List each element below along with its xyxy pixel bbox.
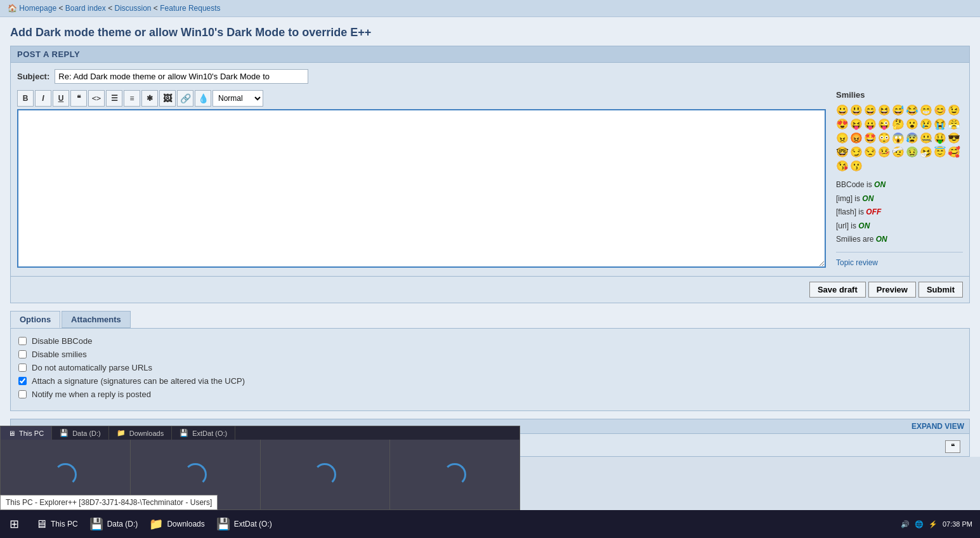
image-button[interactable]: 🖼 [159, 90, 176, 107]
smiley[interactable]: 😗 [850, 159, 863, 172]
url-label: [url] is [836, 221, 856, 230]
smiley[interactable]: 🤐 [920, 131, 932, 144]
smiley[interactable]: 🤓 [836, 145, 849, 158]
url-status: ON [858, 221, 870, 230]
smiley[interactable]: 😡 [850, 131, 863, 144]
quote-button[interactable]: ❝ [70, 90, 87, 107]
smiley[interactable]: 😂 [906, 103, 918, 116]
no-parse-urls-checkbox[interactable] [18, 364, 27, 372]
tab-content-options: Disable BBCode Disable smilies Do not au… [10, 328, 970, 411]
smilies-label: Smilies are [836, 235, 873, 244]
disable-bbcode-label: Disable BBCode [32, 336, 92, 346]
editor-toolbar: B I U ❝ <> ☰ ≡ ✱ 🖼 🔗 💧 Tiny Small [17, 90, 826, 107]
smiley[interactable]: 🤢 [906, 145, 918, 158]
smiley[interactable]: 😠 [836, 131, 849, 144]
subject-input[interactable] [55, 69, 308, 84]
smiley[interactable]: 😜 [878, 117, 891, 130]
link-button[interactable]: 🔗 [177, 90, 193, 107]
smiley[interactable]: 😱 [892, 131, 905, 144]
code-button[interactable]: <> [88, 90, 105, 107]
explorer-tab[interactable]: 🖥This PC [1, 426, 52, 440]
subject-row: Subject: [17, 69, 963, 84]
smiley[interactable]: 🤩 [864, 131, 877, 144]
smiley[interactable]: 😀 [836, 103, 849, 116]
smiley[interactable]: 😃 [850, 103, 863, 116]
smiley[interactable]: 😄 [864, 103, 877, 116]
breadcrumb-home[interactable]: Homepage [19, 4, 56, 13]
breadcrumb-discussion[interactable]: Discussion [114, 4, 151, 13]
smiley[interactable]: 🤕 [892, 145, 905, 158]
smiley[interactable]: 😘 [836, 159, 849, 172]
option-disable-smilies: Disable smilies [18, 350, 962, 359]
smiley[interactable]: 🤧 [920, 145, 932, 158]
option-attach-signature: Attach a signature (signatures can be al… [18, 376, 962, 386]
editor-textarea[interactable] [17, 109, 826, 268]
post-reply-header: POST A REPLY [10, 46, 970, 63]
font-size-select[interactable]: Tiny Small Normal Large Huge [212, 90, 263, 107]
disable-smilies-checkbox[interactable] [18, 350, 27, 358]
smiley[interactable]: 😇 [934, 145, 946, 158]
smiley[interactable]: 😉 [948, 103, 960, 116]
option-disable-bbcode: Disable BBCode [18, 336, 962, 346]
font-color-button[interactable]: 💧 [195, 90, 211, 107]
flash-status: OFF [866, 207, 881, 216]
preview-button[interactable]: Preview [868, 282, 916, 298]
smiley[interactable]: 😍 [836, 117, 849, 130]
smiley[interactable]: 😭 [934, 117, 946, 130]
save-draft-button[interactable]: Save draft [809, 282, 866, 298]
smilies-status: ON [876, 235, 887, 244]
smiley[interactable]: 😏 [850, 145, 863, 158]
breadcrumb-board-index[interactable]: Board index [65, 4, 106, 13]
no-parse-urls-label: Do not automatically parse URLs [32, 363, 152, 372]
options-section: Options Attachments Disable BBCode Disab… [10, 311, 970, 411]
smiley[interactable]: 😆 [878, 103, 891, 116]
smiley[interactable]: 😎 [948, 131, 960, 144]
explorer-tab[interactable]: 💾ExtDat (O:) [172, 426, 235, 440]
italic-button[interactable]: I [35, 90, 51, 107]
smiley[interactable]: 😊 [934, 103, 946, 116]
underline-button[interactable]: U [53, 90, 69, 107]
special-button[interactable]: ✱ [141, 90, 158, 107]
smiley[interactable]: 😢 [920, 117, 932, 130]
smiley[interactable]: 🤑 [934, 131, 946, 144]
smiley[interactable]: 😮 [906, 117, 918, 130]
file-explorer-popup: 🖥This PC💾Data (D:)📁Downloads💾ExtDat (O:) [0, 426, 520, 457]
smiley[interactable]: 🤒 [878, 145, 891, 158]
tab-attachments[interactable]: Attachments [62, 311, 131, 328]
smiley[interactable]: 😤 [948, 117, 960, 130]
smiley[interactable]: 🥰 [948, 145, 960, 158]
quote-post-button[interactable]: ❝ [945, 440, 960, 453]
bold-button[interactable]: B [17, 90, 34, 107]
option-no-parse-urls: Do not automatically parse URLs [18, 363, 962, 372]
smiley[interactable]: 🤔 [892, 117, 905, 130]
list-number-button[interactable]: ≡ [124, 90, 140, 107]
tabs-header: Options Attachments [10, 311, 970, 328]
page-title: Add Dark mode theme or allow Win10's Dar… [0, 17, 980, 46]
notify-reply-label: Notify me when a reply is posted [32, 390, 151, 399]
expand-view-button[interactable]: EXPAND VIEW [911, 422, 964, 431]
submit-button[interactable]: Submit [918, 282, 963, 298]
attach-signature-checkbox[interactable] [18, 377, 27, 385]
explorer-tab[interactable]: 💾Data (D:) [52, 426, 109, 440]
topic-review-link[interactable]: Topic review [836, 258, 878, 267]
img-label: [img] is [836, 194, 860, 203]
home-icon: 🏠 [8, 4, 17, 13]
smiley[interactable]: 😰 [906, 131, 918, 144]
list-bullet-button[interactable]: ☰ [106, 90, 122, 107]
bbcode-label: BBCode is [836, 180, 872, 189]
disable-bbcode-checkbox[interactable] [18, 337, 27, 345]
smiley[interactable]: 😅 [892, 103, 905, 116]
flash-label: [flash] is [836, 207, 864, 216]
post-reply-section: POST A REPLY Subject: B I U ❝ <> ☰ [10, 46, 970, 303]
notify-reply-checkbox[interactable] [18, 390, 27, 398]
smiley[interactable]: 😳 [878, 131, 891, 144]
smiley[interactable]: 😛 [864, 117, 877, 130]
explorer-tab[interactable]: 📁Downloads [109, 426, 172, 440]
smiley[interactable]: 😝 [850, 117, 863, 130]
smilies-grid: 😀😃😄😆😅😂😁😊😉😍😝😛😜🤔😮😢😭😤😠😡🤩😳😱😰🤐🤑😎🤓😏😒🤒🤕🤢🤧😇🥰😘😗 [836, 103, 963, 172]
breadcrumb-feature-requests[interactable]: Feature Requests [160, 4, 220, 13]
tab-options[interactable]: Options [10, 311, 60, 328]
smiley[interactable]: 😁 [920, 103, 932, 116]
breadcrumb: 🏠 Homepage < Board index < Discussion < … [0, 0, 980, 17]
smiley[interactable]: 😒 [864, 145, 877, 158]
